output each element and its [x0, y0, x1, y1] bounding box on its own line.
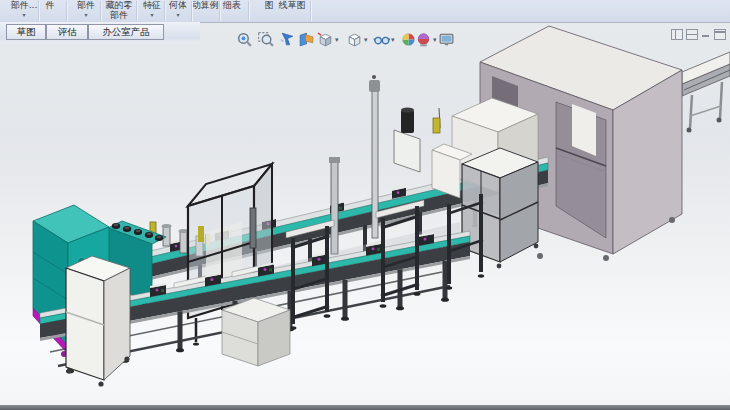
ribbon-button-label: 何体 — [169, 0, 187, 10]
tab-2[interactable]: 评估 — [46, 24, 88, 40]
ribbon-button-10[interactable]: 线草图 — [279, 0, 306, 10]
model-outfeed-conveyor — [682, 52, 730, 133]
hide-show-items-icon[interactable] — [373, 31, 390, 48]
ribbon-button-4[interactable]: 藏的零部件 — [106, 0, 133, 20]
ribbon-button-3[interactable]: 部件▾ — [77, 0, 95, 19]
dropdown-arrow-icon[interactable]: ▾ — [391, 36, 395, 44]
zoom-to-area-icon[interactable] — [257, 31, 274, 48]
ribbon-commandmanager: 部件...▾件部件▾藏的零部件特征▾何体▾动算例细表图线草图 — [0, 0, 730, 23]
ribbon-group-separator — [248, 1, 250, 21]
ribbon-group-separator — [310, 1, 312, 21]
ribbon-button-label: 细表 — [223, 0, 241, 10]
display-style-icon[interactable] — [346, 31, 363, 48]
tab-1[interactable]: 草图 — [6, 24, 46, 40]
commandmanager-tab-row: 草图评估办公室产品 — [0, 22, 200, 42]
ribbon-group-separator — [191, 1, 193, 21]
tab-3[interactable]: 办公室产品 — [88, 24, 164, 40]
dropdown-arrow-icon[interactable]: ▾ — [11, 11, 38, 19]
ribbon-group-separator — [100, 1, 102, 21]
ribbon-button-7[interactable]: 动算例 — [192, 0, 219, 10]
model-white-box — [66, 256, 130, 387]
restore-window-icon[interactable] — [671, 29, 683, 40]
previous-view-icon[interactable] — [279, 31, 296, 48]
view-orientation-icon[interactable] — [317, 31, 334, 48]
view-settings-icon[interactable] — [438, 31, 455, 48]
graphics-area[interactable]: ▾▾▾▾ — [0, 23, 730, 405]
model-control-cabinet — [462, 148, 538, 268]
ribbon-button-5[interactable]: 特征▾ — [143, 0, 161, 19]
dropdown-arrow-icon[interactable]: ▾ — [364, 36, 368, 44]
document-window-controls — [671, 29, 726, 40]
ribbon-button-label: 藏的零 — [106, 0, 133, 10]
ribbon-button-1[interactable]: 部件...▾ — [11, 0, 38, 19]
dropdown-arrow-icon[interactable]: ▾ — [143, 11, 161, 19]
dropdown-arrow-icon[interactable]: ▾ — [433, 36, 437, 44]
solidworks-window: 部件...▾件部件▾藏的零部件特征▾何体▾动算例细表图线草图 草图评估办公室产品 — [0, 0, 730, 410]
ribbon-button-2[interactable]: 件 — [46, 0, 55, 10]
dropdown-arrow-icon[interactable]: ▾ — [169, 11, 187, 19]
ribbon-button-9[interactable]: 图 — [265, 0, 274, 10]
ribbon-button-8[interactable]: 细表 — [223, 0, 241, 10]
minimize-window-icon[interactable] — [701, 29, 711, 38]
dropdown-arrow-icon[interactable]: ▾ — [77, 11, 95, 19]
zoom-to-fit-icon[interactable] — [236, 31, 253, 48]
apply-scene-icon[interactable] — [415, 31, 432, 48]
section-view-icon[interactable] — [298, 31, 315, 48]
ribbon-group-separator — [136, 1, 138, 21]
status-bar — [0, 405, 730, 410]
ribbon-button-label: 部件... — [11, 0, 38, 10]
ribbon-group-separator — [38, 1, 40, 21]
ribbon-group-separator — [164, 1, 166, 21]
ribbon-button-label: 件 — [46, 0, 55, 10]
ribbon-button-label: 部件 — [77, 0, 95, 10]
ribbon-button-6[interactable]: 何体▾ — [169, 0, 187, 19]
assembly-3d-model — [0, 23, 730, 405]
ribbon-button-label: 特征 — [143, 0, 161, 10]
close-window-icon[interactable] — [714, 29, 726, 40]
ribbon-button-label: 动算例 — [192, 0, 219, 10]
ribbon-button-label: 图 — [265, 0, 274, 10]
ribbon-button-label: 线草图 — [279, 0, 306, 10]
model-floor-box — [222, 298, 290, 366]
ribbon-group-separator — [66, 1, 68, 21]
dropdown-arrow-icon[interactable]: ▾ — [335, 36, 339, 44]
ribbon-button-label-2: 部件 — [110, 10, 128, 20]
tile-windows-icon[interactable] — [686, 29, 698, 40]
ribbon-group-separator — [219, 1, 221, 21]
